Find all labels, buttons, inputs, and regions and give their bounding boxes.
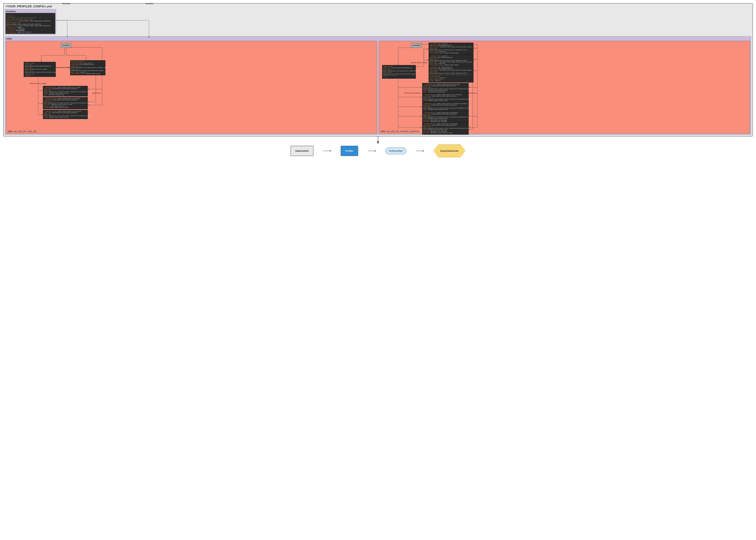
code-line: data_asset_name:	[7, 25, 18, 26]
expectation-box: - expectation_type: expect_column_max_to…	[422, 122, 469, 135]
expectation-box: - expectation_type: expect_column_values…	[43, 97, 88, 109]
profiler-config-container: <YOUR_PROFILER_CONFIG>.yml variables var…	[3, 3, 753, 136]
expectationsuite-label: ExpectationSuite	[440, 150, 458, 152]
rules-title: rules	[6, 37, 750, 40]
expectationsuite-diamond: ExpectationSuite	[434, 145, 465, 157]
variables-code: variables: # BatchRequest yielding exact…	[6, 13, 55, 34]
code-line: # BatchRequest yielding exactly one batc…	[7, 17, 36, 18]
edge-label-domain-kwargs: $domain.domain_kwargs	[54, 67, 70, 68]
variables-chip: $variables	[61, 43, 71, 48]
datacontext-box: DataContext	[291, 146, 313, 156]
config-to-profiler-arrow	[3, 136, 753, 145]
arrow-icon	[416, 151, 424, 151]
rule-label: rule: my_rule_for_numeric_columns	[381, 130, 419, 133]
parameter-builder-box: parameter_builders: - parameter_name: my…	[70, 60, 105, 75]
parameter-builder-box: - parameter_name: my_min_ts class_name: …	[429, 55, 473, 67]
variables-chip: $variables	[411, 43, 422, 48]
arrow-icon	[323, 151, 331, 151]
code-val: alice_columnar_table_single_batch_data_c…	[7, 24, 41, 25]
expectation-box: - expectation_type: expect_column_values…	[422, 93, 469, 102]
flow-row: DataContext Profiler Profiler.profile() …	[3, 145, 753, 157]
code-line: variables:	[7, 15, 14, 17]
code-val: 2004-10-19 10:23:54	[17, 32, 31, 33]
edge-label-domain-kwargs: $domain.domain_kwargs	[405, 92, 421, 94]
code-line: max_user_id:	[7, 30, 15, 31]
expectation-box: - expectation_type: expect_column_values…	[43, 110, 88, 119]
edge-label-domain-kwargs: $domain.domain_kwargs	[411, 62, 427, 64]
variables-section: variables variables: # BatchRequest yiel…	[5, 9, 56, 35]
profiler-box: Profiler	[341, 146, 358, 156]
config-title: <YOUR_PROFILER_CONFIG>.yml	[5, 5, 751, 8]
parameter-builder-box: - parameter_name: my_max_ts class_name: …	[429, 43, 473, 55]
rule-label: rule: my_rule_for_user_ids	[8, 130, 37, 133]
variables-title: variables	[6, 10, 55, 13]
expectation-box: - expectation_type: expect_column_values…	[422, 102, 469, 111]
edge-label-parameters: $parameters	[92, 92, 101, 94]
code-line: timestamp_type:	[7, 28, 18, 30]
code-val: INTEGER	[16, 27, 22, 28]
arrow-icon	[368, 151, 376, 151]
code-line: alice_single_batch_data_batch_request:	[7, 19, 34, 20]
code-val: alice_columnar_table_single_batch_dataso…	[18, 20, 51, 22]
domain-builder-box: domain_builder: class_name: SimpleColumn…	[382, 65, 416, 79]
code-line: datasource_name:	[7, 20, 18, 22]
expectation-box: - expectation_type: expect_column_min_to…	[422, 111, 469, 123]
expectation-box: - expectation_type: expect_column_values…	[43, 86, 88, 96]
code-val: TIMESTAMP	[18, 28, 25, 30]
profiler-profile-pill: Profiler.profile()	[385, 147, 406, 154]
rule-box-numeric-columns: $variables $domain.domain_kwargs $domain…	[379, 41, 750, 134]
expectation-box: - expectation_type: expect_column_values…	[422, 83, 469, 94]
code-line: integer_type:	[7, 27, 16, 28]
code-line: min_timestamp:	[7, 32, 17, 33]
domain-builder-box: domain_builder: class_name: MyCustomSema…	[24, 62, 56, 77]
edge-label-variables-right: $variables	[146, 3, 154, 4]
parameter-builder-box: - parameter_name: my_max_event_ts class_…	[429, 66, 473, 82]
code-val: 999999999999	[15, 30, 25, 31]
edge-label-variables-left: $variables	[63, 3, 70, 4]
code-val: alice_columnar_table_single_batch_data_a…	[18, 25, 51, 26]
rule-box-user-ids: $variables $domain.domain_kwargs $domain…	[6, 41, 377, 134]
edge-label-domain-kwargs: $domain.domain_kwargs	[30, 83, 46, 84]
rules-section: rules $variables $domain.domain_kwargs $…	[5, 36, 751, 135]
edge-label-parameters: $parameters	[469, 92, 477, 94]
code-line: data_connector_name:	[7, 22, 21, 23]
